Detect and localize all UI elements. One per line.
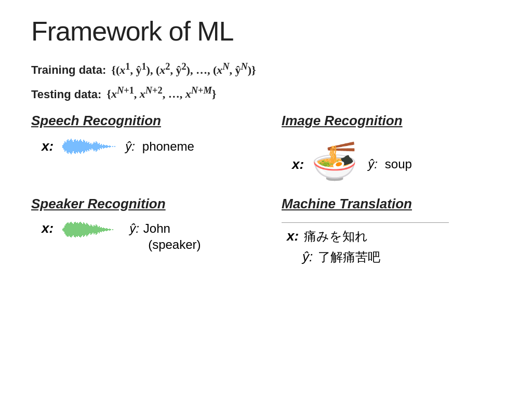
testing-math: {xN+1, xN+2, …, xN+M} [107,85,216,101]
training-math: {(x1, ŷ1), (x2, ŷ2), …, (xN, ŷN)} [111,61,256,77]
soup-bowl-icon: 🍜 [311,142,355,187]
training-label: Training data: [31,63,106,77]
machine-translation-divider [282,222,449,223]
speech-recognition-title: Speech Recognition [31,113,161,129]
speaker-waveform-icon [61,220,118,239]
mt-y-value: 了解痛苦吧 [318,249,380,265]
speaker-y-value-line1: John [143,220,170,236]
page-title: Framework of ML [31,16,501,47]
image-recognition-title: Image Recognition [282,113,403,129]
speaker-recognition-title: Speaker Recognition [31,196,166,212]
image-recognition-section: Image Recognition x: 🍜 ŷ: soup [266,113,501,187]
speech-y-label: ŷ: [125,139,135,154]
machine-translation-x-line: x: 痛みを知れ [282,228,490,245]
page: Framework of ML Training data: {(x1, ŷ1)… [0,0,532,399]
machine-translation-section: Machine Translation x: 痛みを知れ ŷ: 了解痛苦吧 [266,196,501,270]
speech-y-value: phoneme [142,139,194,154]
mt-y-label: ŷ: [302,249,313,265]
mt-x-label: x: [287,228,299,244]
image-y-value: soup [385,157,412,171]
image-y-label: ŷ: [368,157,378,171]
speaker-recognition-content: x: [31,220,256,252]
testing-label: Testing data: [31,88,101,101]
image-x-label: x: [292,156,304,172]
speech-x-label: x: [42,138,54,154]
testing-data-line: Testing data: {xN+1, xN+2, …, xN+M} [31,85,501,101]
speaker-y-value-line2: (speaker) [148,237,201,251]
machine-translation-y-line: ŷ: 了解痛苦吧 [282,249,490,265]
sections-grid: Speech Recognition x: [31,113,501,270]
speaker-y-label: ŷ: [129,220,139,236]
speech-recognition-content: x: [31,137,256,156]
speaker-y-value: ŷ: John (speaker) [129,220,201,252]
speaker-recognition-section: Speaker Recognition x: [31,196,266,270]
speech-recognition-section: Speech Recognition x: [31,113,266,187]
speaker-x-label: x: [42,220,54,236]
machine-translation-title: Machine Translation [282,196,412,212]
image-recognition-content: x: 🍜 ŷ: soup [282,142,490,187]
mt-x-value: 痛みを知れ [304,228,368,245]
speech-waveform-icon [61,137,118,156]
training-data-line: Training data: {(x1, ŷ1), (x2, ŷ2), …, (… [31,61,501,77]
